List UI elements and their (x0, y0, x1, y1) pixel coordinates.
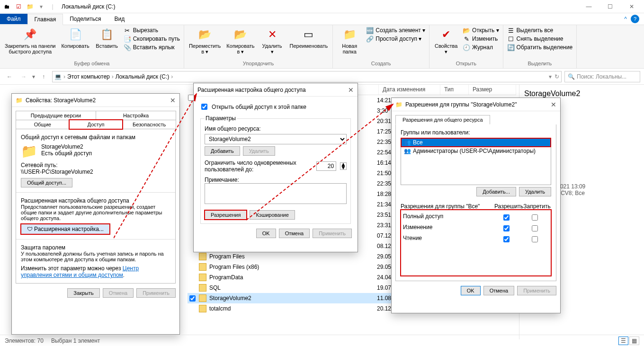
tab-view[interactable]: Вид (107, 14, 131, 24)
advanced-sharing-dialog: Расширенная настройка общего доступа ✕ О… (193, 83, 358, 252)
ribbon-collapse-icon[interactable]: ^ (624, 16, 627, 22)
share-button[interactable]: Общий доступ... (21, 178, 72, 187)
group-all[interactable]: 👥Все (401, 138, 551, 147)
crumb-dropdown-icon[interactable]: ▾ (549, 73, 552, 80)
moveto-button[interactable]: 📂Переместить в ▾ (187, 26, 223, 55)
tab-share-perm[interactable]: Разрешения для общего ресурса (395, 115, 490, 124)
caching-button[interactable]: Кэширование (250, 210, 295, 220)
tab-file[interactable]: Файл (0, 14, 27, 24)
edit-button[interactable]: ✎Изменить (462, 35, 500, 43)
tab-access[interactable]: Доступ (69, 120, 123, 129)
delete-button[interactable]: ✕Удалить ▾ (259, 26, 286, 55)
pwd-section-label: Защита паролем (21, 244, 170, 251)
full-deny-checkbox[interactable] (532, 214, 538, 221)
qat-icon[interactable]: 🖿 (2, 1, 12, 12)
newitem-button[interactable]: 🆕Создать элемент ▾ (365, 26, 426, 35)
qat-folder-icon[interactable]: 📁 (25, 1, 35, 12)
advanced-sharing-button[interactable]: 🛡 Расширенная настройка... (21, 224, 110, 234)
read-deny-checkbox[interactable] (532, 236, 538, 242)
window-title: Локальный диск (C:) (62, 3, 116, 10)
close-icon[interactable]: ✕ (551, 101, 556, 108)
copyto-icon: 📂 (233, 27, 248, 42)
pastelink-button[interactable]: 📎Вставить ярлык (123, 43, 181, 52)
groups-list[interactable]: 👥Все 👥Администраторы (USER-PC\Администра… (401, 138, 551, 185)
paste-button[interactable]: 📋Вставить (93, 26, 121, 50)
rename-button[interactable]: ▭Переименовать (288, 26, 330, 50)
tab-security[interactable]: Безопасность (122, 120, 176, 129)
close-icon[interactable]: ✕ (348, 86, 354, 94)
maximize-icon[interactable]: ☐ (599, 0, 621, 13)
ok-button[interactable]: OK (461, 286, 481, 295)
permissions-button[interactable]: Разрешения (205, 210, 247, 220)
sharename-select[interactable]: StorageVolume2 (205, 134, 347, 144)
status-bar: Элементов: 70 Выбран 1 элемент ☰ ▦ (0, 335, 644, 346)
read-allow-checkbox[interactable] (503, 236, 510, 242)
remove-button[interactable]: Удалить (519, 187, 551, 196)
selectall-button[interactable]: ☰Выделить все (506, 26, 574, 35)
tab-prev[interactable]: Предыдущие версии (16, 111, 96, 120)
add-button[interactable]: Добавить (205, 146, 240, 156)
add-button[interactable]: Добавить... (476, 187, 516, 196)
qat-checkbox-icon[interactable]: ☑ (13, 1, 24, 12)
newfolder-button[interactable]: 📁Новая папка (336, 26, 363, 55)
crumb-refresh-icon[interactable]: ↻ (555, 73, 559, 80)
pc-icon: 💻 (54, 73, 62, 80)
cut-button[interactable]: ✂Вырезать (123, 26, 181, 35)
easyaccess-button[interactable]: 🔗Простой доступ ▾ (365, 35, 426, 43)
nav-up-icon[interactable]: ↑ (38, 73, 49, 80)
selectnone-button[interactable]: ☐Снять выделение (506, 35, 574, 43)
titlebar: 🖿 ☑ 📁 ▾ | Локальный диск (C:) — ☐ ✕ (0, 0, 644, 13)
minimize-icon[interactable]: — (578, 0, 599, 13)
ok-button[interactable]: OK (256, 229, 276, 238)
note-textarea[interactable] (205, 183, 347, 204)
copyto-button[interactable]: 📂Копировать в ▾ (224, 26, 256, 55)
view-details-icon[interactable]: ☰ (618, 337, 628, 345)
cancel-button[interactable]: Отмена (279, 229, 310, 238)
cancel-button[interactable]: Отмена (483, 286, 514, 295)
limit-input[interactable] (316, 161, 336, 171)
pin-button[interactable]: 📌Закрепить на панели быстрого доступа (3, 26, 57, 55)
open-share-checkbox[interactable]: Открыть общий доступ к этой папке (199, 102, 352, 111)
share-section-label: Общий доступ к сетевым файлам и папкам (21, 134, 170, 141)
copy-button[interactable]: 📄Копировать (59, 26, 91, 50)
easyaccess-icon: 🔗 (366, 35, 374, 43)
search-input[interactable]: 🔍 Поиск: Локальны... (564, 71, 640, 82)
crumb-drive[interactable]: Локальный диск (C:) (116, 73, 170, 80)
qat-dropdown-icon[interactable]: ▾ (36, 1, 46, 12)
nav-back-icon[interactable]: ← (4, 73, 15, 80)
tab-general[interactable]: Общие (16, 120, 70, 129)
group-admins[interactable]: 👥Администраторы (USER-PC\Администраторы) (401, 147, 551, 155)
tab-settings[interactable]: Настройка (96, 111, 176, 120)
row-checkbox[interactable] (189, 295, 196, 302)
breadcrumb[interactable]: 💻 › Этот компьютер › Локальный диск (C:)… (52, 71, 562, 82)
close-button[interactable]: Закрыть (67, 288, 99, 298)
tab-share[interactable]: Поделиться (63, 14, 107, 24)
close-icon[interactable]: ✕ (621, 0, 642, 13)
folder-icon (199, 274, 206, 281)
spinner-icon[interactable]: ▲▼ (340, 162, 347, 170)
tab-home[interactable]: Главная (27, 14, 63, 25)
selectall-icon: ☰ (507, 27, 515, 34)
group-new-label: Создать (336, 60, 426, 67)
help-icon[interactable]: ? (631, 15, 639, 23)
apply-button: Применить (517, 286, 556, 295)
view-large-icon[interactable]: ▦ (629, 337, 639, 345)
invert-button[interactable]: 🔄Обратить выделение (506, 43, 574, 52)
nav-recent-icon[interactable]: ▾ (32, 73, 35, 80)
shield-icon: 🛡 (27, 226, 33, 232)
status-count: Элементов: 70 (5, 337, 44, 344)
copypath-button[interactable]: 📑Скопировать путь (123, 35, 181, 43)
cut-icon: ✂ (124, 27, 131, 34)
full-allow-checkbox[interactable] (503, 214, 510, 221)
crumb-pc[interactable]: Этот компьютер (67, 73, 110, 80)
history-button[interactable]: 🕘Журнал (462, 43, 500, 52)
change-allow-checkbox[interactable] (503, 225, 510, 231)
moveto-icon: 📂 (197, 27, 213, 42)
delete-icon: ✕ (265, 27, 280, 42)
properties-button[interactable]: ✔Свойства ▾ (432, 26, 460, 55)
open-button[interactable]: 📂Открыть ▾ (462, 26, 500, 35)
nav-fwd-icon[interactable]: → (18, 73, 29, 80)
change-deny-checkbox[interactable] (532, 225, 538, 231)
row-checkbox[interactable] (188, 95, 194, 101)
close-icon[interactable]: ✕ (170, 97, 176, 104)
